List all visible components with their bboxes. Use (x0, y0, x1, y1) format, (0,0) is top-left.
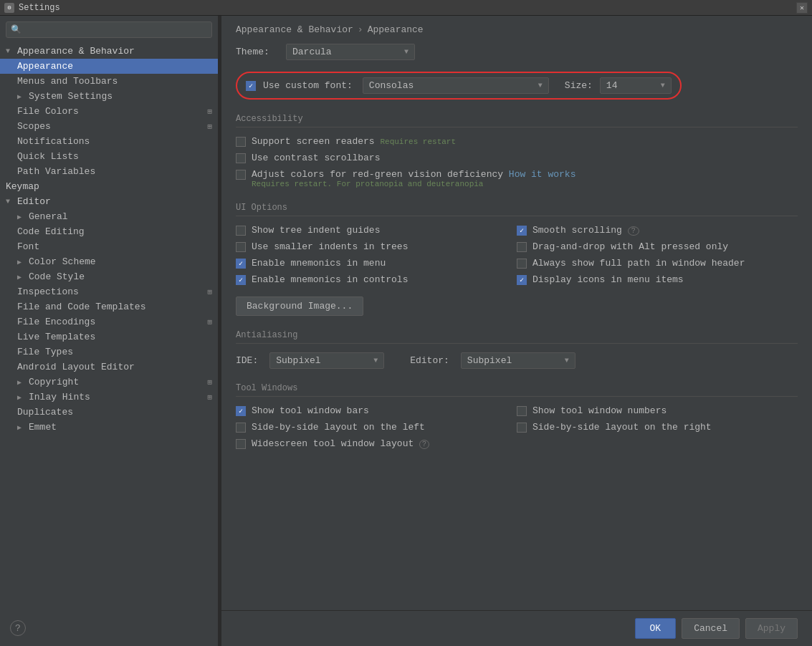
font-value: Consolas (369, 80, 414, 91)
size-value: 14 (606, 80, 618, 91)
sidebar-item-file-code-templates[interactable]: File and Code Templates (0, 299, 218, 314)
chevron-down-icon: ▼ (538, 82, 543, 90)
sidebar-item-copyright[interactable]: ▶ Copyright ⊞ (0, 375, 218, 390)
smaller-indents-checkbox[interactable] (236, 242, 246, 252)
sidebar-item-quick-lists[interactable]: Quick Lists (0, 149, 218, 164)
sidebar-item-path-variables[interactable]: Path Variables (0, 164, 218, 179)
sidebar-item-android-layout-editor[interactable]: Android Layout Editor (0, 360, 218, 375)
mnemonics-controls-checkbox[interactable] (236, 275, 246, 285)
sidebar-item-code-style[interactable]: ▶ Code Style (0, 269, 218, 284)
red-green-checkbox[interactable] (236, 170, 246, 180)
sidebar-item-menus-toolbars[interactable]: Menus and Toolbars (0, 74, 218, 89)
close-button[interactable]: ✕ (796, 2, 808, 14)
content-area: Appearance & Behavior › Appearance Theme… (221, 16, 812, 646)
display-icons-row: Display icons in menu items (517, 274, 798, 285)
screen-readers-hint: Requires restart (380, 138, 456, 146)
sidebar-item-appearance[interactable]: Appearance (0, 59, 218, 74)
mnemonics-menu-checkbox[interactable] (236, 259, 246, 269)
drag-drop-checkbox[interactable] (517, 242, 527, 252)
sidebar-item-scopes[interactable]: Scopes ⊞ (0, 119, 218, 134)
sidebar-item-live-templates[interactable]: Live Templates (0, 329, 218, 344)
custom-font-checkbox[interactable] (246, 81, 256, 91)
sidebar-label: Path Variables (17, 166, 95, 177)
font-dropdown[interactable]: Consolas ▼ (363, 77, 549, 94)
full-path-checkbox[interactable] (517, 259, 527, 269)
help-button[interactable]: ? (10, 620, 26, 636)
side-by-side-right-checkbox[interactable] (517, 423, 527, 433)
theme-dropdown[interactable]: Darcula ▼ (286, 44, 415, 60)
apply-button[interactable]: Apply (745, 618, 798, 639)
cancel-button[interactable]: Cancel (682, 618, 740, 639)
smooth-scrolling-checkbox[interactable] (517, 226, 527, 236)
search-box[interactable]: 🔍 (6, 21, 212, 38)
sidebar-item-emmet[interactable]: ▶ Emmet (0, 420, 218, 435)
sidebar-item-file-colors[interactable]: File Colors ⊞ (0, 104, 218, 119)
side-by-side-left-checkbox[interactable] (236, 423, 246, 433)
contrast-scrollbars-checkbox[interactable] (236, 153, 246, 163)
contrast-scrollbars-row: Use contrast scrollbars (236, 153, 798, 163)
sidebar-label: Android Layout Editor (17, 362, 135, 372)
red-green-row: Adjust colors for red-green vision defic… (236, 169, 798, 188)
sidebar-item-inlay-hints[interactable]: ▶ Inlay Hints ⊞ (0, 390, 218, 405)
sidebar-label: Quick Lists (17, 151, 79, 162)
sidebar-item-appearance-behavior[interactable]: ▼ Appearance & Behavior (0, 44, 218, 59)
display-icons-label: Display icons in menu items (532, 274, 684, 285)
sidebar: 🔍 ▼ Appearance & Behavior Appearance Men… (0, 16, 219, 646)
mnemonics-menu-label: Enable mnemonics in menu (252, 258, 386, 269)
settings-icon-right: ⊞ (207, 287, 212, 297)
sidebar-label: File and Code Templates (17, 302, 145, 312)
editor-antialiasing-dropdown[interactable]: Subpixel ▼ (461, 352, 575, 369)
sidebar-item-system-settings[interactable]: ▶ System Settings (0, 89, 218, 104)
widescreen-help-icon[interactable]: ? (419, 440, 429, 449)
show-tool-bars-checkbox[interactable] (236, 406, 246, 416)
sidebar-label: Live Templates (17, 332, 95, 342)
search-input[interactable] (25, 24, 207, 35)
editor-label: Editor: (410, 355, 449, 366)
settings-icon-right: ⊞ (207, 317, 212, 327)
breadcrumb-parent: Appearance & Behavior (236, 24, 353, 35)
ide-antialiasing-dropdown[interactable]: Subpixel ▼ (269, 352, 384, 369)
sidebar-tree: ▼ Appearance & Behavior Appearance Menus… (0, 44, 218, 646)
screen-readers-checkbox[interactable] (236, 137, 246, 147)
ok-button[interactable]: OK (635, 618, 677, 639)
sidebar-item-keymap[interactable]: Keymap (0, 179, 218, 194)
side-by-side-right-row: Side-by-side layout on the right (517, 422, 798, 433)
sidebar-item-general[interactable]: ▶ General (0, 209, 218, 224)
antialiasing-section: Antialiasing IDE: Subpixel ▼ Editor: Sub… (236, 330, 798, 369)
background-image-button[interactable]: Background Image... (236, 297, 363, 316)
sidebar-item-inspections[interactable]: Inspections ⊞ (0, 284, 218, 299)
sidebar-item-editor[interactable]: ▼ Editor (0, 194, 218, 209)
sidebar-item-duplicates[interactable]: Duplicates (0, 405, 218, 420)
chevron-right-icon: ▶ (17, 92, 26, 101)
show-tool-numbers-checkbox[interactable] (517, 406, 527, 416)
how-it-works-link[interactable]: How it works (509, 169, 576, 180)
sidebar-label: Inlay Hints (29, 392, 90, 402)
sidebar-item-color-scheme[interactable]: ▶ Color Scheme (0, 254, 218, 269)
editor-antialiasing-value: Subpixel (467, 355, 512, 366)
size-label: Size: (565, 80, 593, 91)
sidebar-item-font[interactable]: Font (0, 239, 218, 254)
size-dropdown[interactable]: 14 ▼ (600, 77, 672, 94)
sidebar-label: Code Style (29, 271, 85, 282)
show-tool-bars-row: Show tool window bars (236, 405, 517, 416)
sidebar-item-notifications[interactable]: Notifications (0, 134, 218, 149)
sidebar-item-code-editing[interactable]: Code Editing (0, 224, 218, 239)
widescreen-row: Widescreen tool window layout ? (236, 438, 517, 449)
sidebar-label: Keymap (6, 181, 39, 192)
ui-options-heading: UI Options (236, 203, 798, 216)
sidebar-label: Duplicates (17, 407, 73, 418)
settings-content: Theme: Darcula ▼ Use custom font: Consol… (221, 41, 812, 610)
settings-icon-right: ⊞ (207, 377, 212, 387)
sidebar-label: Inspections (17, 286, 79, 297)
ide-antialiasing-value: Subpixel (276, 355, 320, 366)
tree-indent-checkbox[interactable] (236, 226, 246, 236)
mnemonics-controls-label: Enable mnemonics in controls (252, 274, 408, 285)
help-icon[interactable]: ? (628, 226, 639, 236)
sidebar-item-file-encodings[interactable]: File Encodings ⊞ (0, 314, 218, 329)
display-icons-checkbox[interactable] (517, 275, 527, 285)
sidebar-item-file-types[interactable]: File Types (0, 344, 218, 360)
contrast-scrollbars-label: Use contrast scrollbars (252, 153, 380, 163)
widescreen-checkbox[interactable] (236, 439, 246, 449)
sidebar-label: Notifications (17, 136, 90, 147)
accessibility-section: Accessibility Support screen readers Req… (236, 114, 798, 188)
